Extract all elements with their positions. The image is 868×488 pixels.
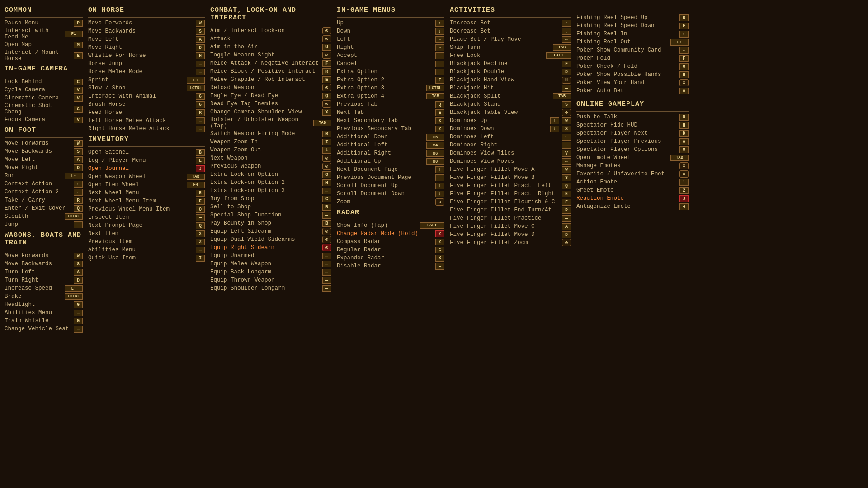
col-common: Common Pause Menu P Interact with Feed M… <box>2 4 85 484</box>
list-item: Melee Grapple / Rob Interact E <box>210 75 331 84</box>
list-item: Move Right D <box>88 43 205 52</box>
list-item: Poker Fold F <box>576 54 689 62</box>
list-item: Poker Check / Fold G <box>576 62 689 70</box>
list-item: Enter / Exit Cover Q <box>5 204 83 212</box>
list-item: Up ↑ <box>337 19 444 27</box>
list-item: Additional Left ⊞4 <box>337 141 444 149</box>
list-item: Dominoes Right → <box>450 141 571 149</box>
list-item: Extra Option 3 LCTRL <box>337 84 444 92</box>
list-item: Favorite / Unfavorite Emot ⊙ <box>576 170 689 178</box>
list-item: Brake LCTRL <box>5 292 83 300</box>
list-item: Reload Weapon ⊙ <box>210 84 331 92</box>
list-item: Poker Show Possible Hands H <box>576 70 689 79</box>
list-item: Push to Talk N <box>576 113 689 121</box>
list-item: Move Forwards W <box>5 139 83 147</box>
list-item: Left ← <box>337 35 444 43</box>
list-item: Five Finger Fillet Practi Right E <box>450 190 571 198</box>
list-item: Fishing Reel Out L⇧ <box>576 38 689 46</box>
common-header: Common <box>5 6 83 14</box>
list-item: Move Forwards W <box>5 252 83 260</box>
list-item: Previous Weapon ⊙ <box>210 162 331 170</box>
list-item: Equip Back Longarm — <box>210 268 331 276</box>
in-game-camera-header: In-Game Camera <box>5 65 83 73</box>
list-item: Weapon Zoom Out L <box>210 146 331 154</box>
list-item: Horse Jump — <box>88 60 205 68</box>
list-item: Sell to Shop R <box>210 203 331 211</box>
list-item: Greet Emote 2 <box>576 186 689 194</box>
list-item: Quick Use Item I <box>88 254 205 262</box>
list-item: Move Right D <box>5 164 83 172</box>
list-item: Abilities Menu — <box>88 246 205 254</box>
list-item: Five Finger Fillet Move B S <box>450 174 571 182</box>
list-item: Aim in the Air U <box>210 43 331 51</box>
list-item: Next Wheel Menu Item E <box>88 197 205 205</box>
list-item: Decrease Bet ↓ <box>450 27 571 35</box>
list-item: Move Backwards S <box>88 27 205 35</box>
list-item: Next Weapon ⊙ <box>210 154 331 162</box>
list-item: Extra Lock-on Option 2 H <box>210 178 331 187</box>
list-item: Stealth LCTRL <box>5 212 83 221</box>
list-item: Dominoes View Moves ← <box>450 157 571 165</box>
list-item: Poker Show Community Card ← <box>576 46 689 54</box>
list-item: Extra Option 2 F <box>337 76 444 84</box>
list-item: Expanded Radar X <box>337 254 444 262</box>
list-item: Cycle Camera V <box>5 86 83 94</box>
list-item: Place Bet / Play Move ← <box>450 35 571 43</box>
list-item: Pay Bounty in Shop B <box>210 219 331 227</box>
list-item: Five Finger Fillet Move A W <box>450 165 571 174</box>
activities-header: Activities <box>450 6 571 14</box>
list-item: Open Journal J <box>88 164 205 173</box>
list-item: Interact with Feed Me F1 <box>5 27 83 41</box>
list-item: Blackjack Hand View H <box>450 76 571 84</box>
list-item: Previous Tab Q <box>337 100 444 108</box>
list-item: Regular Radar C <box>337 246 444 254</box>
list-item: Move Left A <box>5 155 83 164</box>
list-item: Context Action ← <box>5 180 83 188</box>
list-item: Inspect Item — <box>88 213 205 221</box>
list-item: Previous Secondary Tab Z <box>337 125 444 133</box>
list-item: Next Item X <box>88 230 205 238</box>
list-item: Previous Document Page ← <box>337 174 444 182</box>
list-item: Blackjack Double D <box>450 68 571 76</box>
list-item: Next Document Page ↑ <box>337 165 444 174</box>
list-item: Down ↓ <box>337 27 444 35</box>
on-foot-header: On Foot <box>5 127 83 134</box>
list-item: Interact / Mount Horse E <box>5 49 83 62</box>
list-item: Dead Eye Tag Enemies ⊙ <box>210 100 331 108</box>
list-item: Turn Left A <box>5 268 83 276</box>
list-item: Move Forwards W <box>88 19 205 27</box>
list-item: Poker Auto Bet A <box>576 87 689 95</box>
radar-header: Radar <box>337 209 444 216</box>
list-item: Blackjack Decline F <box>450 60 571 68</box>
list-item: Dominoes Left ← <box>450 133 571 141</box>
list-item: Scroll Document Down ↓ <box>337 190 444 198</box>
list-item: Slow / Stop LCTRL <box>88 84 205 92</box>
list-item: Poker View Your Hand ⊙ <box>576 79 689 87</box>
list-item: Equip Dual Wield Sidearms ⊙ <box>210 235 331 244</box>
list-item: Accept ← <box>337 52 444 60</box>
on-horse-header: On Horse <box>88 6 205 14</box>
col-combat: Combat, Lock-On and Interact Aim / Inter… <box>208 4 334 484</box>
list-item: Previous Item Z <box>88 238 205 246</box>
list-item: Move Left A <box>88 35 205 43</box>
list-item: Take / Carry R <box>5 196 83 204</box>
list-item: Context Action 2 ← <box>5 188 83 196</box>
list-item: Turn Right D <box>5 276 83 284</box>
list-item: Eagle Eye / Dead Eye Q <box>210 92 331 100</box>
combat-header: Combat, Lock-On and Interact <box>210 6 331 22</box>
list-item: Cinematic Shot Chang C <box>5 102 83 116</box>
list-item: Spectator Player Previous A <box>576 137 689 145</box>
list-item: Increase Speed L⇧ <box>5 284 83 292</box>
list-item: Blackjack Split TAB <box>450 92 571 100</box>
list-item: Extra Option 4 TAB <box>337 92 444 100</box>
list-item: Action Emote 1 <box>576 178 689 186</box>
list-item: Attack ⊙ <box>210 35 331 43</box>
list-item: Fishing Reel Speed Down F <box>576 22 689 30</box>
online-gameplay-header: Online Gameplay <box>576 100 689 108</box>
list-item: Dominoes Up ↑ W <box>450 117 571 125</box>
list-item: Open Emote Wheel TAB <box>576 154 689 162</box>
list-item: Melee Block / Positive Interact R <box>210 67 331 75</box>
list-item: Whistle For Horse H <box>88 52 205 60</box>
list-item: Blackjack Stand S <box>450 100 571 108</box>
list-item: Log / Player Menu L <box>88 156 205 164</box>
